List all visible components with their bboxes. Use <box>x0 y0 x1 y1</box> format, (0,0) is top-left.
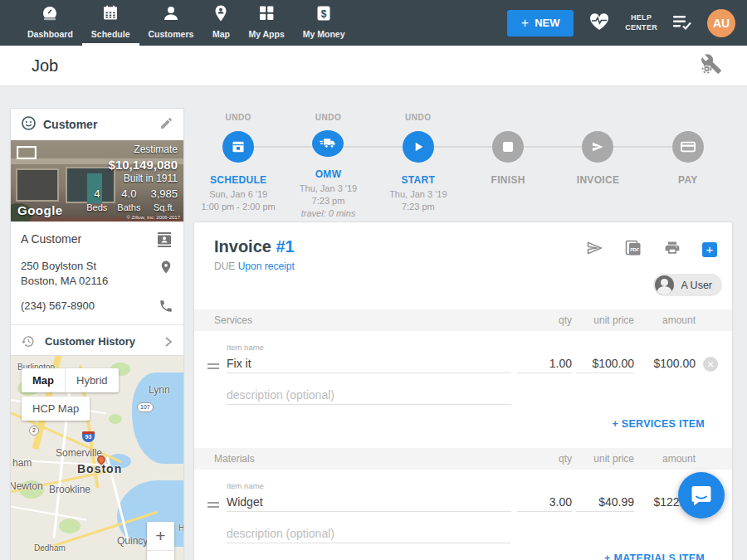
unit-price-column-header: unit price <box>593 453 634 465</box>
nav-item-schedule[interactable]: Schedule <box>82 0 139 46</box>
material-item-qty-input[interactable] <box>517 492 572 512</box>
health-heart-icon[interactable] <box>588 11 611 36</box>
service-item-qty-input[interactable] <box>517 353 572 373</box>
beds-value: 4 <box>86 187 107 202</box>
zestimate-overlay: Zestimate $10,149,080 Built in 1911 4Bed… <box>86 144 178 213</box>
baths-value: 4.0 <box>117 187 140 202</box>
map-label-lynn: Lynn <box>149 384 170 396</box>
photo-detail <box>16 168 59 202</box>
qty-column-header: qty <box>559 314 572 326</box>
delete-service-item-icon[interactable]: ✕ <box>703 357 718 372</box>
service-item-name-input[interactable] <box>227 353 511 373</box>
finish-stop-icon[interactable] <box>492 131 524 163</box>
drag-handle-icon[interactable] <box>208 361 219 372</box>
schedule-date: Sun, Jan 6 '191:00 pm - 2:00 pm <box>202 188 276 213</box>
omw-date: Thu, Jan 3 '197:23 pm travel: 0 mins <box>300 183 357 220</box>
built-year: Built in 1911 <box>86 173 178 186</box>
job-settings-tools-icon[interactable] <box>701 53 722 78</box>
undo-omw-button[interactable]: UNDO <box>315 113 341 122</box>
nav-item-my-apps[interactable]: My Apps <box>239 0 293 46</box>
assignee-chip[interactable]: A User <box>653 274 722 296</box>
chat-support-button[interactable] <box>678 472 725 519</box>
address-line2: Boston, MA 02116 <box>21 275 108 287</box>
help-line1: HELP <box>625 13 657 22</box>
customer-phone: (234) 567-8900 <box>21 299 95 314</box>
service-item-unit-price-input[interactable] <box>576 353 634 373</box>
travel-time: travel: 0 mins <box>301 208 355 218</box>
map-type-hybrid-button[interactable]: Hybrid <box>65 368 119 392</box>
task-list-icon[interactable] <box>671 12 693 34</box>
nav-item-my-money[interactable]: $ My Money <box>294 0 354 46</box>
nav-label: My Apps <box>248 29 284 39</box>
phone-icon[interactable] <box>159 299 173 314</box>
user-avatar[interactable]: AU <box>707 9 735 37</box>
schedule-step-icon[interactable] <box>222 131 254 163</box>
due-value-link[interactable]: Upon receipt <box>238 261 295 272</box>
customer-card-header: Customer <box>11 109 183 140</box>
invoice-step-label: INVOICE <box>577 174 619 186</box>
pdf-icon[interactable]: PDF <box>624 239 642 261</box>
assignee-avatar <box>655 275 674 295</box>
material-item-description-input[interactable] <box>227 523 511 543</box>
undo-schedule-button[interactable]: UNDO <box>225 113 251 123</box>
map-card: Burlington Lynn 107 2 93 Somerville ham … <box>10 355 184 560</box>
svg-text:$: $ <box>321 8 327 20</box>
google-logo: Google <box>17 203 63 217</box>
drag-handle-icon[interactable] <box>208 499 219 510</box>
materials-section-title: Materials <box>214 453 255 465</box>
route-107-shield: 107 <box>137 402 154 412</box>
pay-card-icon[interactable] <box>672 131 704 163</box>
help-line2: CENTER <box>625 23 657 32</box>
timeline-step-start: UNDO START Thu, Jan 3 '197:23 pm <box>374 108 463 220</box>
edit-pencil-icon[interactable] <box>159 116 173 134</box>
send-invoice-icon[interactable] <box>585 240 603 260</box>
nav-right-cluster: + NEW HELP CENTER AU <box>507 0 747 46</box>
nav-label: My Money <box>303 29 345 39</box>
material-item-unit-price-input[interactable] <box>576 492 634 512</box>
svg-text:PDF: PDF <box>630 247 640 252</box>
undo-start-button[interactable]: UNDO <box>405 113 431 123</box>
add-services-item-link[interactable]: + SERVICES ITEM <box>612 418 705 430</box>
money-icon: $ <box>315 4 333 26</box>
zoom-out-button[interactable]: − <box>147 550 174 560</box>
assignee-name: A User <box>681 280 712 291</box>
timeline-step-pay: PAY <box>643 108 733 220</box>
invoice-number[interactable]: #1 <box>276 237 294 256</box>
map-label-somerville: Somerville <box>56 447 102 459</box>
property-photo[interactable]: Zestimate $10,149,080 Built in 1911 4Bed… <box>11 140 183 222</box>
customer-card: Customer Zestimate $10,149,080 Built in … <box>10 108 184 358</box>
nav-item-dashboard[interactable]: Dashboard <box>18 0 82 46</box>
calendar-icon <box>101 4 120 26</box>
map-type-map-button[interactable]: Map <box>22 368 65 392</box>
person-icon <box>162 4 180 26</box>
omw-truck-icon[interactable] <box>312 130 344 157</box>
invoice-send-icon[interactable] <box>582 131 613 163</box>
streetview-frame-icon[interactable] <box>17 146 37 159</box>
add-invoice-item-button[interactable]: + <box>702 242 717 257</box>
park-area <box>59 519 81 533</box>
start-play-icon[interactable] <box>403 131 434 163</box>
service-item-description-input[interactable] <box>227 385 511 405</box>
add-materials-item-link[interactable]: + MATERIALS ITEM <box>604 553 705 560</box>
material-item-name-input[interactable] <box>227 492 511 512</box>
nav-item-customers[interactable]: Customers <box>139 0 203 46</box>
timeline-step-schedule: UNDO SCHEDULE Sun, Jan 6 '191:00 pm - 2:… <box>193 108 283 220</box>
plus-glyph: + <box>521 16 529 31</box>
contact-card-icon[interactable] <box>155 231 173 248</box>
print-icon[interactable] <box>663 240 681 260</box>
zoom-in-button[interactable]: + <box>147 522 174 550</box>
nav-label: Dashboard <box>27 29 73 39</box>
services-section-title: Services <box>214 314 252 326</box>
new-button[interactable]: + NEW <box>507 10 574 37</box>
timeline-step-omw: UNDO OMW Thu, Jan 3 '197:23 pm travel: 0… <box>283 108 373 220</box>
customer-card-title: Customer <box>43 118 97 131</box>
property-stats: 4Beds 4.0Baths 3,985Sq.ft. <box>86 187 178 213</box>
location-pin-icon[interactable] <box>159 259 173 275</box>
hcp-map-button[interactable]: HCP Map <box>22 397 90 421</box>
apps-grid-icon <box>257 4 276 26</box>
customer-address-row: 250 Boylston St Boston, MA 02116 <box>21 259 173 288</box>
customer-history-row[interactable]: Customer History <box>11 325 183 358</box>
help-center-link[interactable]: HELP CENTER <box>625 13 657 32</box>
nav-item-map[interactable]: Map <box>203 0 239 46</box>
unit-price-column-header: unit price <box>593 314 634 326</box>
